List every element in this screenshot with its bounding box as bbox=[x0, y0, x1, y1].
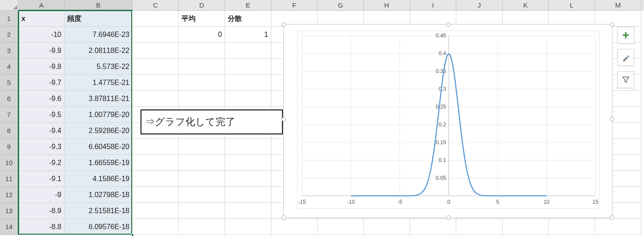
column-header-C[interactable]: C bbox=[133, 0, 179, 11]
row-header-11[interactable]: 11 bbox=[0, 171, 19, 187]
cell-A6[interactable]: -9.6 bbox=[19, 91, 64, 107]
cell-E10[interactable] bbox=[225, 155, 271, 171]
column-header-D[interactable]: D bbox=[179, 0, 225, 11]
cell-B1[interactable]: 頻度 bbox=[64, 11, 133, 27]
chart-resize-handle-br[interactable] bbox=[610, 215, 614, 220]
cell-A12[interactable]: -9 bbox=[19, 187, 64, 203]
cell-A14[interactable]: -8.8 bbox=[19, 219, 64, 235]
column-header-B[interactable]: B bbox=[64, 0, 133, 11]
chart-resize-handle-top[interactable] bbox=[446, 22, 451, 27]
cell-C12[interactable] bbox=[133, 187, 179, 203]
cell-C2[interactable] bbox=[133, 27, 179, 43]
cell-B5[interactable]: 1.4775E-21 bbox=[64, 75, 133, 91]
cell-D3[interactable] bbox=[179, 43, 225, 59]
cell-D10[interactable] bbox=[179, 155, 225, 171]
column-header-K[interactable]: K bbox=[503, 0, 549, 11]
cell-A9[interactable]: -9.3 bbox=[19, 139, 64, 155]
row-header-13[interactable]: 13 bbox=[0, 203, 19, 219]
chart-resize-handle-right[interactable] bbox=[610, 117, 614, 121]
cell-E11[interactable] bbox=[225, 171, 271, 187]
row-header-6[interactable]: 6 bbox=[0, 91, 19, 107]
cell-E3[interactable] bbox=[225, 43, 271, 59]
chart-resize-handle-left[interactable] bbox=[282, 117, 286, 121]
cell-A3[interactable]: -9.9 bbox=[19, 43, 64, 59]
row-header-2[interactable]: 2 bbox=[0, 27, 19, 43]
cell-B14[interactable]: 6.09576E-18 bbox=[64, 219, 133, 235]
column-header-M[interactable]: M bbox=[595, 0, 641, 11]
column-header-G[interactable]: G bbox=[318, 0, 364, 11]
column-header-F[interactable]: F bbox=[271, 0, 318, 11]
funnel-icon[interactable] bbox=[617, 71, 634, 88]
cell-C11[interactable] bbox=[133, 171, 179, 187]
cell-C10[interactable] bbox=[133, 155, 179, 171]
cell-B6[interactable]: 3.87811E-21 bbox=[64, 91, 133, 107]
cell-E14[interactable] bbox=[225, 219, 271, 235]
cell-B10[interactable]: 1.66559E-19 bbox=[64, 155, 133, 171]
column-header-H[interactable]: H bbox=[364, 0, 410, 11]
cell-A11[interactable]: -9.1 bbox=[19, 171, 64, 187]
cell-D4[interactable] bbox=[179, 59, 225, 75]
cell-D11[interactable] bbox=[179, 171, 225, 187]
chart-resize-handle-bl[interactable] bbox=[282, 215, 286, 220]
brush-icon[interactable] bbox=[617, 49, 634, 66]
cell-C5[interactable] bbox=[133, 75, 179, 91]
cell-A5[interactable]: -9.7 bbox=[19, 75, 64, 91]
cell-E5[interactable] bbox=[225, 75, 271, 91]
row-header-9[interactable]: 9 bbox=[0, 139, 19, 155]
row-header-14[interactable]: 14 bbox=[0, 219, 19, 235]
cell-C3[interactable] bbox=[133, 43, 179, 59]
cell-B9[interactable]: 6.60458E-20 bbox=[64, 139, 133, 155]
cell-A1[interactable]: x bbox=[19, 11, 64, 27]
cell-C6[interactable] bbox=[133, 91, 179, 107]
cell-J14[interactable] bbox=[456, 219, 503, 235]
cell-D5[interactable] bbox=[179, 75, 225, 91]
chart-resize-handle-tl[interactable] bbox=[282, 22, 286, 27]
row-header-3[interactable]: 3 bbox=[0, 43, 19, 59]
cell-L14[interactable] bbox=[549, 219, 595, 235]
select-all-corner[interactable] bbox=[0, 0, 19, 11]
cell-B8[interactable]: 2.59286E-20 bbox=[64, 123, 133, 139]
cell-C14[interactable] bbox=[133, 219, 179, 235]
cell-D6[interactable] bbox=[179, 91, 225, 107]
chart-object[interactable]: 0.050.10.150.20.250.30.350.40.45-15-10-5… bbox=[283, 24, 612, 218]
cell-A4[interactable]: -9.8 bbox=[19, 59, 64, 75]
cell-A7[interactable]: -9.5 bbox=[19, 107, 64, 123]
cell-A8[interactable]: -9.4 bbox=[19, 123, 64, 139]
plus-icon[interactable] bbox=[617, 27, 634, 44]
row-header-1[interactable]: 1 bbox=[0, 11, 19, 27]
cell-M14[interactable] bbox=[595, 219, 641, 235]
cell-B3[interactable]: 2.08118E-22 bbox=[64, 43, 133, 59]
row-header-12[interactable]: 12 bbox=[0, 187, 19, 203]
cell-E4[interactable] bbox=[225, 59, 271, 75]
column-header-L[interactable]: L bbox=[549, 0, 595, 11]
cell-D14[interactable] bbox=[179, 219, 225, 235]
cell-E9[interactable] bbox=[225, 139, 271, 155]
chart-resize-handle-bottom[interactable] bbox=[446, 215, 451, 220]
column-header-I[interactable]: I bbox=[410, 0, 456, 11]
cell-E13[interactable] bbox=[225, 203, 271, 219]
cell-H14[interactable] bbox=[364, 219, 410, 235]
column-header-E[interactable]: E bbox=[225, 0, 271, 11]
cell-K14[interactable] bbox=[503, 219, 549, 235]
selection-fill-handle[interactable] bbox=[131, 234, 134, 236]
cell-D1[interactable]: 平均 bbox=[179, 11, 225, 27]
row-header-7[interactable]: 7 bbox=[0, 107, 19, 123]
cell-B12[interactable]: 1.02798E-18 bbox=[64, 187, 133, 203]
cell-B4[interactable]: 5.573E-22 bbox=[64, 59, 133, 75]
cell-C1[interactable] bbox=[133, 11, 179, 27]
cell-E6[interactable] bbox=[225, 91, 271, 107]
cell-D9[interactable] bbox=[179, 139, 225, 155]
chart-resize-handle-tr[interactable] bbox=[610, 22, 614, 27]
cell-F14[interactable] bbox=[271, 219, 318, 235]
row-header-10[interactable]: 10 bbox=[0, 155, 19, 171]
cell-B2[interactable]: 7.6946E-23 bbox=[64, 27, 133, 43]
cell-C13[interactable] bbox=[133, 203, 179, 219]
column-header-J[interactable]: J bbox=[456, 0, 503, 11]
cell-A13[interactable]: -8.9 bbox=[19, 203, 64, 219]
note-textbox[interactable]: ⇒グラフ化して完了 bbox=[141, 109, 283, 134]
cell-A10[interactable]: -9.2 bbox=[19, 155, 64, 171]
cell-E2[interactable]: 1 bbox=[225, 27, 271, 43]
cell-B13[interactable]: 2.51581E-18 bbox=[64, 203, 133, 219]
cell-D12[interactable] bbox=[179, 187, 225, 203]
cell-C4[interactable] bbox=[133, 59, 179, 75]
